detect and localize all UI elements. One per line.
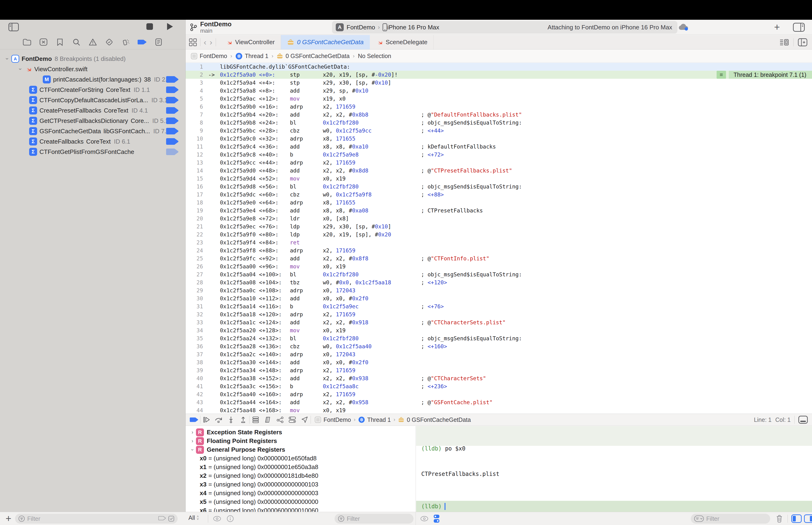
step-into-icon[interactable] <box>225 415 237 424</box>
breakpoint-enabled-badge[interactable] <box>166 76 179 83</box>
disassembly-editor[interactable]: 1libGSFontCache.dylib`GSFontCacheGetData… <box>186 63 812 414</box>
go-back-icon[interactable]: ‹ <box>204 38 206 47</box>
simulate-location-icon[interactable] <box>298 415 311 424</box>
breakpoint-enabled-badge[interactable] <box>166 148 179 155</box>
clear-console-trash-icon[interactable] <box>774 514 784 523</box>
breakpoint-enabled-badge[interactable] <box>166 117 179 124</box>
disclosure-open-icon[interactable]: › <box>17 66 24 72</box>
line-number-gutter[interactable]: 28 <box>186 279 203 286</box>
breakpoint-row[interactable]: ΣCreateFallbacksCoreTextID 6.1 <box>0 136 186 147</box>
breakpoint-enabled-badge[interactable] <box>166 138 179 145</box>
register-value-row[interactable]: x4= (unsigned long) 0x0000000000000003 <box>186 489 416 497</box>
crumb-project[interactable]: FontDemo <box>323 417 351 423</box>
line-number-gutter[interactable]: 2 <box>186 71 203 79</box>
line-number-gutter[interactable]: 26 <box>186 262 203 270</box>
line-number-gutter[interactable]: 35 <box>186 334 203 342</box>
debug-memory-pages-icon[interactable] <box>262 415 274 424</box>
line-number-gutter[interactable]: 29 <box>186 286 203 295</box>
register-value-row[interactable]: x1= (unsigned long) 0x00000001e650a3a8 <box>186 463 416 471</box>
disclosure-open-icon[interactable]: › <box>4 56 11 62</box>
step-out-icon[interactable] <box>237 415 249 424</box>
console-pane[interactable]: (lldb) po $x0 CTPresetFallbacks.plist (l… <box>416 426 812 512</box>
register-value-row[interactable]: x5= (unsigned long) 0x0000000000000000 <box>186 497 416 506</box>
add-breakpoint-button[interactable]: + <box>3 513 14 524</box>
jumpbar-item-thread[interactable]: Thread 1 <box>235 52 268 60</box>
report-navigator-icon[interactable] <box>153 37 164 47</box>
line-number-gutter[interactable]: 31 <box>186 302 203 311</box>
register-group-row[interactable]: ›RGeneral Purpose Registers <box>186 445 416 454</box>
split-editor-icon[interactable] <box>798 38 807 46</box>
console-eye-icon[interactable] <box>419 514 429 523</box>
register-value-row[interactable]: x2= (unsigned long) 0x0000000181db4e80 <box>186 471 416 480</box>
line-number-gutter[interactable]: 42 <box>186 390 203 398</box>
hide-debug-area-icon[interactable] <box>798 416 808 424</box>
issues-navigator-icon[interactable] <box>88 37 98 47</box>
line-number-gutter[interactable]: 8 <box>186 119 203 127</box>
breakpoint-enabled-badge[interactable] <box>166 107 179 114</box>
find-navigator-icon[interactable] <box>71 37 81 47</box>
line-number-gutter[interactable]: 10 <box>186 135 203 142</box>
breakpoint-enabled-badge[interactable] <box>166 86 179 93</box>
line-number-gutter[interactable]: 11 <box>186 142 203 151</box>
toggle-navigator-icon[interactable] <box>7 21 20 32</box>
line-number-gutter[interactable]: 16 <box>186 183 203 191</box>
breakpoint-row[interactable]: ΣCreatePresetFallbacksCoreTextID 4.1 <box>0 105 186 116</box>
destination-device[interactable]: iPhone 16 Pro Max <box>387 24 439 31</box>
go-forward-icon[interactable]: › <box>210 38 212 47</box>
crumb-thread[interactable]: Thread 1 <box>367 417 391 423</box>
toggle-inspector-icon[interactable] <box>792 21 806 33</box>
register-group-row[interactable]: ›RException State Registers <box>186 428 416 437</box>
tab-gsfontcachegetdata[interactable]: 0 GSFontCacheGetData <box>281 35 370 49</box>
line-number-gutter[interactable]: 32 <box>186 311 203 318</box>
line-number-gutter[interactable]: 24 <box>186 246 203 255</box>
line-number-gutter[interactable]: 43 <box>186 398 203 406</box>
line-number-gutter[interactable]: 41 <box>186 382 203 390</box>
breakpoint-row[interactable]: ΣCTFontCopyDefaultCascadeListForLa...ID … <box>0 95 186 105</box>
line-number-gutter[interactable]: 30 <box>186 295 203 302</box>
register-group-row[interactable]: ›RFloating Point Registers <box>186 437 416 445</box>
debug-view-hierarchy-icon[interactable] <box>249 415 262 424</box>
crumb-frame[interactable]: 0 GSFontCacheGetData <box>407 417 471 423</box>
breakpoint-hit-annotation[interactable]: ≡Thread 1: breakpoint 7.1 (1) <box>717 71 812 79</box>
breakpoint-group-file[interactable]: ›ViewController.swift <box>0 64 186 74</box>
line-number-gutter[interactable]: 19 <box>186 207 203 214</box>
line-number-gutter[interactable]: 14 <box>186 167 203 175</box>
step-over-icon[interactable] <box>213 415 225 424</box>
tab-viewcontroller[interactable]: ViewController <box>219 35 281 49</box>
line-number-gutter[interactable]: 7 <box>186 111 203 119</box>
line-number-gutter[interactable]: 34 <box>186 327 203 334</box>
project-navigator-icon[interactable] <box>22 37 32 47</box>
breakpoint-row[interactable]: ΣCTFontCreateForStringCoreTextID 1.1 <box>0 85 186 95</box>
line-number-gutter[interactable]: 3 <box>186 79 203 87</box>
line-number-gutter[interactable]: 18 <box>186 198 203 207</box>
info-icon[interactable] <box>225 514 235 523</box>
breakpoint-navigator-icon[interactable] <box>137 37 147 47</box>
destination-project[interactable]: FontDemo <box>347 24 375 31</box>
jumpbar-item-project[interactable]: FontDemo <box>191 52 227 59</box>
console-input[interactable]: (lldb) <box>416 501 812 512</box>
register-value-row[interactable]: x0= (unsigned long) 0x00000001e650fad8 <box>186 454 416 463</box>
line-number-gutter[interactable]: 20 <box>186 214 203 223</box>
jumpbar-item-frame[interactable]: 0 GSFontCacheGetData <box>277 52 349 59</box>
disclosure-closed-icon[interactable]: › <box>189 429 196 435</box>
line-number-gutter[interactable]: 1 <box>186 63 203 71</box>
run-destination-bar[interactable]: A FontDemo › iPhone 16 Pro Max Attaching… <box>332 21 677 34</box>
bookmarks-navigator-icon[interactable] <box>55 37 65 47</box>
add-editor-plus-button[interactable]: + <box>771 21 783 33</box>
line-number-gutter[interactable]: 22 <box>186 230 203 239</box>
line-number-gutter[interactable]: 33 <box>186 318 203 327</box>
line-number-gutter[interactable]: 39 <box>186 366 203 374</box>
debug-navigator-icon[interactable] <box>121 37 131 47</box>
line-number-gutter[interactable]: 6 <box>186 103 203 111</box>
scheme-selector[interactable]: FontDemo main <box>189 21 231 34</box>
line-number-gutter[interactable]: 23 <box>186 239 203 246</box>
checkbox-filter-icon[interactable] <box>168 515 174 522</box>
register-value-row[interactable]: x3= (unsigned long) 0x0000000000000103 <box>186 480 416 489</box>
breakpoint-row[interactable]: MprintCascadeList(for:languages:)38ID 2.… <box>0 74 186 85</box>
debug-memory-graph-icon[interactable] <box>274 415 286 424</box>
line-number-gutter[interactable]: 37 <box>186 350 203 358</box>
environment-overrides-icon[interactable] <box>286 415 298 424</box>
tab-scenedelegate[interactable]: SceneDelegate <box>370 35 434 49</box>
console-filter-field[interactable]: Filter <box>691 514 770 524</box>
line-number-gutter[interactable]: 38 <box>186 358 203 366</box>
